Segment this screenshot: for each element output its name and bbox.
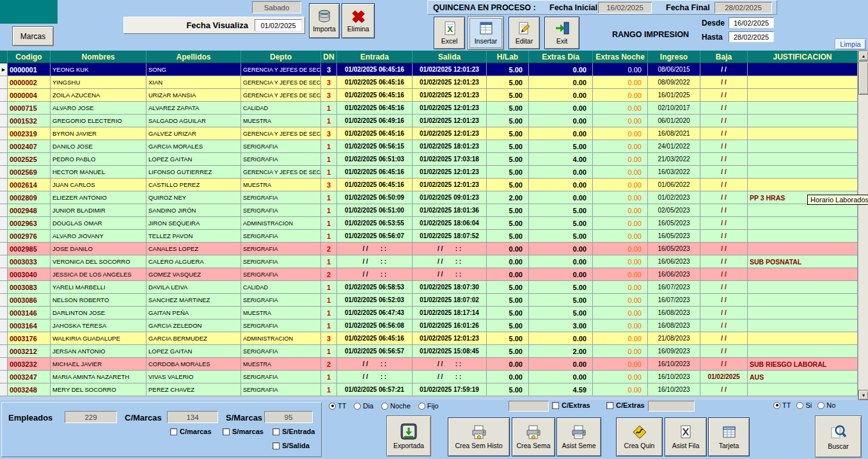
cell-hlab: 5.00 <box>487 179 529 191</box>
asist-fila-button[interactable]: Asist Fila <box>665 417 707 456</box>
cell-entrada: 01/02/2025 06:57:21 <box>337 383 413 396</box>
column-header-hlab[interactable]: H/Lab <box>487 51 529 63</box>
table-row[interactable]: 0003033VERONICA DEL SOCORROCALERO ALGUER… <box>0 255 858 268</box>
cell-extras_dia: 0.00 <box>529 371 593 383</box>
cell-entrada: 01/02/2025 06:45:16 <box>337 332 413 345</box>
column-header-entrada[interactable]: Entrada <box>337 51 413 63</box>
table-row[interactable]: 0003176WALKIRIA GUADALUPEGARCIA BERMUDEZ… <box>0 332 858 345</box>
crea-sema-button[interactable]: Crea Sema <box>512 417 555 456</box>
table-row[interactable]: 0000715ALVARO JOSEALVAREZ ZAPATACALIDAD1… <box>0 102 858 115</box>
table-row[interactable]: 0002407DANILO JOSEGARCIA MORALESSERIGRAF… <box>0 140 858 153</box>
exportada-button[interactable]: Exportada <box>386 415 431 456</box>
table-row[interactable]: 0003083YARELI MARBELLIDAVILA LEIVACALIDA… <box>0 281 858 294</box>
buscar-button[interactable]: Buscar <box>815 415 862 458</box>
cell-apellidos: TELLEZ PAVON <box>146 230 241 243</box>
table-row[interactable]: 0003232MICHAEL JAVIERCORDOBA MORALESMUES… <box>0 358 858 371</box>
cell-ingreso: 16/07/2023 <box>648 294 700 307</box>
table-row[interactable]: 0003040JESSICA DE LOS ANGELESGOMEZ VASQU… <box>0 268 858 281</box>
cell-baja: / / <box>700 230 748 243</box>
table-row[interactable]: 0000004ZOILA AZUCENAURIZAR MANSIAGERENCI… <box>0 89 858 102</box>
column-header-depto[interactable]: Depto <box>241 51 321 63</box>
column-header-salida[interactable]: Salida <box>413 51 487 63</box>
cell-extras_noche: 0.00 <box>593 230 648 243</box>
cell-entrada: / / : : <box>337 358 413 371</box>
vertical-scrollbar[interactable]: ▲ ▼ <box>858 51 868 400</box>
table-row[interactable]: 0001532GREGORIO ELECTERIOSALGADO AGUILAR… <box>0 115 858 127</box>
insertar-button[interactable]: Insertar <box>468 16 504 50</box>
radio-dia[interactable]: Dia <box>354 402 374 410</box>
exit-button[interactable]: Exit <box>544 17 580 49</box>
table-row[interactable]: 0002948JUNIOR BLADIMIRSANDINO JIRÓNSERIG… <box>0 204 858 217</box>
column-header-dn[interactable]: DN <box>321 51 337 63</box>
cell-apellidos: QUIROZ NEY <box>146 191 241 204</box>
table-row[interactable]: 0002809ELIEZER ANTONIOQUIROZ NEYSERIGRAF… <box>0 191 858 204</box>
column-header-baja[interactable]: Baja <box>700 51 748 63</box>
table-row[interactable]: 0002569HECTOR MANUELLIFONSO GUTIERREZGER… <box>0 166 858 179</box>
cell-baja: / / <box>700 358 748 371</box>
desde-input[interactable] <box>729 17 774 28</box>
row-selector <box>0 371 8 383</box>
column-header-justificacion[interactable]: JUSTIFICACION <box>748 51 858 63</box>
scroll-thumb[interactable] <box>858 61 868 95</box>
cell-extras_noche: 0.00 <box>593 191 648 204</box>
scroll-down-button[interactable]: ▼ <box>858 390 868 400</box>
table-row[interactable]: 0002319BYRON JAVIERGALVEZ URIZARGERENCIA… <box>0 127 858 140</box>
fecha-visualiza-panel: Fecha Visualiza <box>123 17 305 34</box>
row-selector <box>0 89 8 102</box>
hasta-input[interactable] <box>729 31 774 42</box>
cell-depto: SERIGRAFIA <box>241 230 321 243</box>
cextras-checkbox-1[interactable]: C/Extras <box>552 401 590 409</box>
column-header-ingreso[interactable]: Ingreso <box>648 51 700 63</box>
cextras-checkbox-2[interactable]: C/Extras <box>606 401 645 409</box>
marcas-button[interactable]: Marcas <box>12 26 54 46</box>
radio-tt[interactable]: TT <box>329 402 346 410</box>
table-row[interactable]: 0003164JAHOSKA TERESAGARCIA ZELEDONSERIG… <box>0 319 858 332</box>
table-row[interactable]: 0000002YINGSHUXIANGERENCIA Y JEFES DE SE… <box>0 76 858 89</box>
asist-seme-button[interactable]: Asist Seme <box>556 417 601 456</box>
table-row[interactable]: 0002963DOUGLAS OMARJIRON SEQUEIRAADMINIS… <box>0 217 858 230</box>
cell-nombres: VERONICA DEL SOCORRO <box>51 255 146 268</box>
radio-fijo[interactable]: Fijo <box>418 402 439 410</box>
table-row[interactable]: 0002976ALVARO JIOVANYTELLEZ PAVONSERIGRA… <box>0 230 858 243</box>
scroll-up-button[interactable]: ▲ <box>858 51 868 61</box>
attendance-table: CodigoNombresApellidosDeptoDNEntradaSali… <box>0 51 858 400</box>
crea-quin-button[interactable]: Crea Quin <box>616 417 663 456</box>
table-row[interactable]: 0002985JOSE DANILOCANALES LOPEZSERIGRAFI… <box>0 243 858 255</box>
table-row[interactable]: 0003146DARLINTON JOSEGAITAN PEÑAMUESTRA1… <box>0 307 858 319</box>
radio-no[interactable]: No <box>817 401 835 409</box>
cell-codigo: 0002407 <box>8 140 51 153</box>
table-row[interactable]: 0002525PEDRO PABLOLOPEZ GAITANSERIGRAFIA… <box>0 153 858 166</box>
cell-dn: 1 <box>321 153 337 166</box>
radio-noche[interactable]: Noche <box>381 402 411 410</box>
crea-sem-histo-button[interactable]: Crea Sem Histo <box>448 417 510 456</box>
excel-button[interactable]: X Excel <box>434 17 465 49</box>
column-header-codigo[interactable]: Codigo <box>8 51 51 63</box>
radio-label: Fijo <box>427 402 439 410</box>
cell-justificacion <box>748 153 858 166</box>
column-header-extras_dia[interactable]: Extras Día <box>529 51 593 63</box>
column-header-apellidos[interactable]: Apellidos <box>146 51 241 63</box>
smarcas-checkbox[interactable]: S/marcas <box>223 428 264 435</box>
importa-button[interactable]: Importa <box>309 3 340 38</box>
table-row[interactable]: 0003086NELSON ROBERTOSANCHEZ MARTINEZSER… <box>0 294 858 307</box>
cell-entrada: 01/02/2025 06:56:15 <box>337 140 413 153</box>
elimina-button[interactable]: ✖ Elimina <box>342 3 375 38</box>
table-row[interactable]: ▶0000001YEONG KUKSONGGERENCIA Y JEFES DE… <box>0 63 858 76</box>
ssalida-checkbox[interactable]: S/Salida <box>272 442 310 449</box>
table-row[interactable]: 0002614JUAN CARLOSCASTILLO PEREZMUESTRA3… <box>0 179 858 191</box>
table-row[interactable]: 0003247MARIA AMINTA NAZARETHVIVAS VALERI… <box>0 371 858 383</box>
column-header-nombres[interactable]: Nombres <box>51 51 146 63</box>
column-header-extras_noche[interactable]: Extras Noche <box>593 51 648 63</box>
sentrada-checkbox[interactable]: S/Entrada <box>272 428 315 435</box>
table-row[interactable]: 0003248MERY DEL SOCORROPEREZ CHAVEZSERIG… <box>0 383 858 396</box>
cell-hlab: 5.00 <box>487 307 529 319</box>
tarjeta-button[interactable]: Tarjeta <box>708 417 750 456</box>
cmarcas-checkbox[interactable]: C/marcas <box>170 428 212 435</box>
table-row[interactable]: 0003212JERSAN ANTONIOLOPEZ GAITANSERIGRA… <box>0 345 858 358</box>
cell-entrada: 01/02/2025 06:45:16 <box>337 76 413 89</box>
radio-si[interactable]: Si <box>796 401 812 409</box>
limpia-button[interactable]: Limpia <box>835 38 866 50</box>
editar-button[interactable]: Editar <box>509 17 540 49</box>
radio-tt2[interactable]: TT <box>773 401 791 409</box>
fecha-visualiza-input[interactable] <box>255 19 302 31</box>
